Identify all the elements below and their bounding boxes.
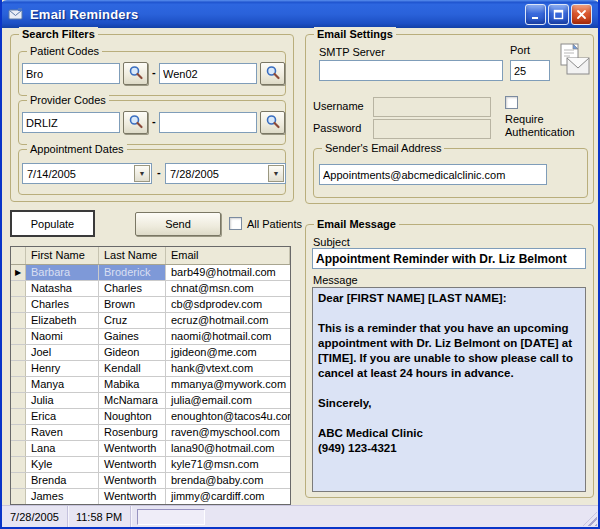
message-textarea[interactable]: Dear [FIRST NAME] [LAST NAME]: This is a… [312, 287, 586, 492]
appointment-date-from-picker[interactable]: 7/14/2005 ▼ [22, 163, 152, 184]
grid-cell[interactable]: julia@email.com [166, 393, 290, 408]
grid-cell[interactable]: enoughton@tacos4u.com [166, 409, 290, 424]
all-patients-checkbox[interactable] [229, 217, 242, 230]
row-marker-cell[interactable] [11, 281, 26, 296]
patient-code-to-search-button[interactable] [260, 62, 285, 85]
table-row[interactable]: KyleWentworthkyle71@msn.com [11, 457, 290, 473]
grid-cell[interactable]: Manya [26, 377, 99, 392]
minimize-button[interactable] [525, 4, 546, 25]
provider-code-from-input[interactable] [22, 112, 120, 133]
port-input[interactable] [510, 60, 550, 81]
patient-code-from-search-button[interactable] [123, 62, 148, 85]
row-marker-cell[interactable] [11, 425, 26, 440]
patient-code-from-input[interactable] [22, 63, 120, 84]
row-marker-cell[interactable] [11, 409, 26, 424]
grid-cell[interactable]: Julia [26, 393, 99, 408]
grid-cell[interactable]: chnat@msn.com [166, 281, 290, 296]
provider-code-from-search-button[interactable] [123, 111, 148, 134]
grid-cell[interactable]: Naomi [26, 329, 99, 344]
grid-cell[interactable]: Wentworth [99, 441, 166, 456]
selected-row-marker-icon[interactable]: ▶ [11, 265, 26, 280]
patient-grid[interactable]: First Name Last Name Email ▶BarbaraBrode… [10, 246, 291, 505]
grid-cell[interactable]: Kyle [26, 457, 99, 472]
grid-cell[interactable]: Barbara [26, 265, 99, 280]
password-input[interactable] [373, 119, 491, 139]
table-row[interactable]: NaomiGainesnaomi@hotmail.com [11, 329, 290, 345]
table-row[interactable]: NatashaCharleschnat@msn.com [11, 281, 290, 297]
row-marker-cell[interactable] [11, 345, 26, 360]
row-marker-cell[interactable] [11, 457, 26, 472]
row-marker-cell[interactable] [11, 329, 26, 344]
smtp-server-input[interactable] [319, 60, 503, 81]
grid-cell[interactable]: Brown [99, 297, 166, 312]
row-marker-cell[interactable] [11, 297, 26, 312]
resize-grip-icon[interactable] [583, 512, 597, 526]
table-row[interactable]: RavenRosenburgraven@myschool.com [11, 425, 290, 441]
require-authentication-checkbox[interactable] [505, 96, 518, 109]
grid-cell[interactable]: James [26, 489, 99, 504]
title-bar[interactable]: Email Reminders [0, 0, 600, 28]
grid-cell[interactable]: Elizabeth [26, 313, 99, 328]
table-row[interactable]: LanaWentworthlana90@hotmail.com [11, 441, 290, 457]
grid-cell[interactable]: Raven [26, 425, 99, 440]
sender-email-input[interactable] [319, 164, 547, 185]
grid-cell[interactable]: ecruz@hotmail.com [166, 313, 290, 328]
table-row[interactable]: ElizabethCruzecruz@hotmail.com [11, 313, 290, 329]
grid-cell[interactable]: Wentworth [99, 473, 166, 488]
grid-cell[interactable]: raven@myschool.com [166, 425, 290, 440]
patient-code-to-input[interactable] [159, 63, 257, 84]
grid-cell[interactable]: Kendall [99, 361, 166, 376]
table-row[interactable]: ▶BarbaraBroderickbarb49@hotmail.com [11, 265, 290, 281]
grid-cell[interactable]: mmanya@mywork.com [166, 377, 290, 392]
provider-code-to-search-button[interactable] [260, 111, 285, 134]
grid-cell[interactable]: barb49@hotmail.com [166, 265, 290, 280]
row-marker-cell[interactable] [11, 313, 26, 328]
grid-cell[interactable]: Noughton [99, 409, 166, 424]
grid-cell[interactable]: Gideon [99, 345, 166, 360]
grid-cell[interactable]: jimmy@cardiff.com [166, 489, 290, 504]
row-marker-cell[interactable] [11, 473, 26, 488]
send-button[interactable]: Send [135, 212, 221, 236]
grid-cell[interactable]: naomi@hotmail.com [166, 329, 290, 344]
grid-cell[interactable]: lana90@hotmail.com [166, 441, 290, 456]
chevron-down-icon[interactable]: ▼ [268, 165, 284, 182]
row-marker-cell[interactable] [11, 361, 26, 376]
grid-cell[interactable]: Joel [26, 345, 99, 360]
grid-cell[interactable]: brenda@baby.com [166, 473, 290, 488]
populate-button[interactable]: Populate [10, 210, 95, 237]
grid-cell[interactable]: Gaines [99, 329, 166, 344]
table-row[interactable]: JamesWentworthjimmy@cardiff.com [11, 489, 290, 505]
row-marker-cell[interactable] [11, 377, 26, 392]
grid-cell[interactable]: Mabika [99, 377, 166, 392]
grid-cell[interactable]: Cruz [99, 313, 166, 328]
maximize-button[interactable] [548, 4, 569, 25]
table-row[interactable]: JoelGideonjgideon@me.com [11, 345, 290, 361]
grid-cell[interactable]: hank@vtext.com [166, 361, 290, 376]
grid-cell[interactable]: Rosenburg [99, 425, 166, 440]
column-header-last-name[interactable]: Last Name [99, 247, 166, 264]
row-marker-cell[interactable] [11, 393, 26, 408]
row-marker-cell[interactable] [11, 441, 26, 456]
row-marker-cell[interactable] [11, 489, 26, 504]
grid-cell[interactable]: McNamara [99, 393, 166, 408]
grid-cell[interactable]: Natasha [26, 281, 99, 296]
grid-cell[interactable]: Wentworth [99, 457, 166, 472]
subject-input[interactable] [312, 248, 586, 269]
table-row[interactable]: JuliaMcNamarajulia@email.com [11, 393, 290, 409]
grid-cell[interactable]: Lana [26, 441, 99, 456]
table-row[interactable]: CharlesBrowncb@sdprodev.com [11, 297, 290, 313]
table-row[interactable]: ManyaMabikammanya@mywork.com [11, 377, 290, 393]
grid-cell[interactable]: Charles [26, 297, 99, 312]
appointment-date-to-picker[interactable]: 7/28/2005 ▼ [165, 163, 286, 184]
chevron-down-icon[interactable]: ▼ [134, 165, 150, 182]
grid-cell[interactable]: cb@sdprodev.com [166, 297, 290, 312]
column-header-email[interactable]: Email [166, 247, 290, 264]
grid-cell[interactable]: kyle71@msn.com [166, 457, 290, 472]
close-button[interactable] [571, 4, 592, 25]
grid-cell[interactable]: Erica [26, 409, 99, 424]
grid-cell[interactable]: jgideon@me.com [166, 345, 290, 360]
table-row[interactable]: HenryKendallhank@vtext.com [11, 361, 290, 377]
grid-cell[interactable]: Charles [99, 281, 166, 296]
grid-cell[interactable]: Brenda [26, 473, 99, 488]
table-row[interactable]: BrendaWentworthbrenda@baby.com [11, 473, 290, 489]
